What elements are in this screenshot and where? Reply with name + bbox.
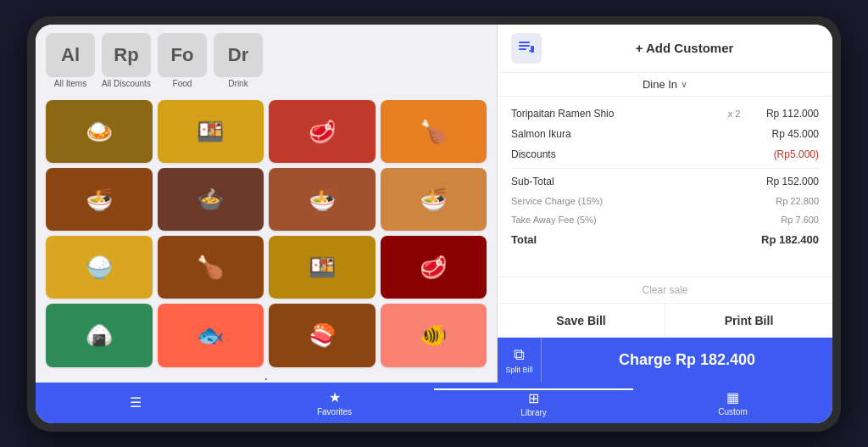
clear-sale-button[interactable]: Clear sale bbox=[498, 277, 832, 303]
split-bill-icon: ⧉ bbox=[514, 346, 525, 364]
menu-item-image: 🍚 bbox=[46, 236, 153, 299]
menu-item-image: 🍜 bbox=[269, 168, 376, 231]
menu-item[interactable]: 🍜 Toripaitan Ra... bbox=[46, 168, 153, 231]
save-bill-button[interactable]: Save Bill bbox=[498, 304, 665, 338]
tablet-frame: Al All Items Rp All Discounts Fo Food Dr… bbox=[27, 16, 841, 432]
order-row: Sub-Total Rp 152.000 bbox=[511, 168, 819, 192]
category-icon-all: Al bbox=[46, 33, 95, 77]
menu-item-image: 🍲 bbox=[158, 168, 264, 231]
menu-item[interactable]: 🍱 Tori Katsu D... bbox=[158, 100, 264, 163]
split-bill-button[interactable]: ⧉ Split Bill bbox=[498, 338, 542, 383]
nav-custom[interactable]: ▦ Custom bbox=[633, 389, 832, 416]
order-row: Toripaitan Ramen Shio x 2 Rp 112.000 bbox=[511, 103, 819, 124]
nav-library[interactable]: ⊞ Library bbox=[434, 388, 633, 417]
order-row: Service Charge (15%) Rp 22.800 bbox=[511, 192, 819, 210]
category-label-discounts: All Discounts bbox=[102, 79, 151, 88]
category-drink[interactable]: Dr Drink bbox=[214, 33, 263, 88]
category-icon-food: Fo bbox=[158, 33, 207, 77]
billing-list-icon bbox=[511, 33, 542, 64]
dine-in-selector[interactable]: Dine In ∨ bbox=[498, 73, 832, 97]
star-icon: ★ bbox=[329, 389, 341, 405]
nav-library-label: Library bbox=[520, 408, 547, 417]
menu-item[interactable]: 🍗 Tori Steak Te... bbox=[381, 100, 487, 163]
order-item-name: Service Charge (15%) bbox=[511, 196, 717, 206]
menu-item-image: 🍛 bbox=[46, 100, 153, 163]
category-all-items[interactable]: Al All Items bbox=[46, 33, 95, 88]
menu-item[interactable]: 🥩 Gyu Yakiniku... bbox=[381, 236, 487, 299]
order-item-price: Rp 22.800 bbox=[751, 196, 819, 206]
svg-rect-2 bbox=[519, 48, 526, 50]
menu-icon: ☰ bbox=[130, 394, 142, 411]
billing-header: + Add Customer bbox=[498, 25, 832, 73]
charge-button[interactable]: Charge Rp 182.400 bbox=[542, 339, 832, 381]
charge-row: ⧉ Split Bill Charge Rp 182.400 bbox=[498, 338, 832, 383]
menu-item[interactable]: 🐠 Smoke Salm... bbox=[381, 304, 487, 366]
order-item-name: Toripaitan Ramen Shio bbox=[511, 108, 717, 120]
menu-item-image: 🍜 bbox=[46, 168, 153, 231]
category-label-all: All Items bbox=[54, 79, 86, 88]
nav-custom-label: Custom bbox=[718, 407, 747, 416]
order-item-name: Discounts bbox=[511, 148, 717, 160]
dine-in-label: Dine In bbox=[643, 78, 677, 91]
nav-favorites[interactable]: ★ Favorites bbox=[235, 389, 434, 416]
category-label-food: Food bbox=[173, 79, 192, 88]
custom-icon: ▦ bbox=[726, 389, 739, 405]
print-bill-button[interactable]: Print Bill bbox=[665, 304, 832, 338]
svg-rect-0 bbox=[519, 42, 530, 43]
order-row: Total Rp 182.400 bbox=[511, 229, 819, 250]
svg-rect-3 bbox=[531, 46, 534, 53]
menu-item[interactable]: 🍱 Karaage Don bbox=[269, 236, 376, 299]
billing-actions: Save Bill Print Bill bbox=[498, 303, 832, 338]
main-content: Al All Items Rp All Discounts Fo Food Dr… bbox=[36, 25, 832, 383]
order-item-qty: x 2 bbox=[717, 109, 751, 119]
menu-item-image: 🍣 bbox=[269, 304, 376, 366]
order-row: Discounts (Rp5.000) bbox=[511, 144, 819, 165]
menu-item-image: 🍱 bbox=[269, 236, 376, 299]
menu-item[interactable]: 🍛 Blackpepper... bbox=[46, 100, 153, 163]
menu-item[interactable]: 🥩 Tori Steak Hi... bbox=[269, 100, 376, 163]
order-item-name: Sub-Total bbox=[511, 176, 717, 187]
svg-rect-1 bbox=[519, 45, 530, 47]
category-food[interactable]: Fo Food bbox=[158, 33, 207, 88]
menu-item-image: 🍱 bbox=[158, 100, 264, 163]
order-item-price: Rp 45.000 bbox=[751, 128, 819, 140]
menu-item-image: 🥩 bbox=[269, 100, 376, 163]
menu-item[interactable]: 🍚 Oyako Don bbox=[46, 236, 153, 299]
category-all-discounts[interactable]: Rp All Discounts bbox=[102, 33, 151, 88]
bottom-nav: ☰ ★ Favorites ⊞ Library ▦ Custom bbox=[36, 383, 832, 423]
order-item-price: (Rp5.000) bbox=[751, 148, 819, 160]
menu-item-image: 🐟 bbox=[158, 304, 264, 366]
order-item-price: Rp 182.400 bbox=[751, 233, 819, 246]
menu-item-image: 🍗 bbox=[158, 236, 264, 299]
order-list: Toripaitan Ramen Shio x 2 Rp 112.000 Sal… bbox=[498, 97, 832, 277]
menu-item[interactable]: 🐟 Salmon Ikura bbox=[158, 304, 264, 366]
order-item-price: Rp 152.000 bbox=[751, 176, 819, 187]
menu-item[interactable]: 🍲 Toripaitan Ra... bbox=[158, 168, 264, 231]
dot-indicator: • bbox=[36, 372, 497, 383]
order-item-name: Total bbox=[511, 233, 717, 246]
order-row: Take Away Fee (5%) Rp 7.600 bbox=[511, 210, 819, 229]
menu-item[interactable]: 🍜 Tokyo Ramen bbox=[269, 168, 376, 231]
order-item-name: Salmon Ikura bbox=[511, 128, 717, 140]
order-item-price: Rp 7.600 bbox=[751, 215, 819, 225]
chevron-down-icon: ∨ bbox=[681, 79, 687, 90]
add-customer-button[interactable]: + Add Customer bbox=[550, 41, 819, 55]
nav-menu[interactable]: ☰ bbox=[36, 394, 235, 411]
tablet-screen: Al All Items Rp All Discounts Fo Food Dr… bbox=[36, 25, 832, 423]
category-bar: Al All Items Rp All Discounts Fo Food Dr… bbox=[36, 25, 497, 95]
menu-item-image: 🍜 bbox=[381, 168, 487, 231]
category-icon-drink: Dr bbox=[214, 33, 263, 77]
category-icon-discounts: Rp bbox=[102, 33, 151, 77]
menu-item[interactable]: 🍜 Hokkaido Ra... bbox=[381, 168, 487, 231]
menu-item[interactable]: 🍗 Chicken Teri... bbox=[158, 236, 264, 299]
menu-grid: 🍛 Blackpepper... 🍱 Tori Katsu D... 🥩 Tor… bbox=[36, 95, 497, 372]
category-label-drink: Drink bbox=[228, 79, 248, 88]
nav-favorites-label: Favorites bbox=[317, 407, 352, 416]
order-item-name: Take Away Fee (5%) bbox=[511, 215, 717, 225]
order-item-price: Rp 112.000 bbox=[751, 108, 819, 120]
order-row: Salmon Ikura Rp 45.000 bbox=[511, 124, 819, 144]
menu-item[interactable]: 🍣 Unagi Sushi bbox=[269, 304, 376, 366]
menu-item[interactable]: 🍙 Onigirazu bbox=[46, 304, 153, 366]
menu-item-image: 🍗 bbox=[381, 100, 487, 163]
menu-item-image: 🍙 bbox=[46, 304, 153, 366]
